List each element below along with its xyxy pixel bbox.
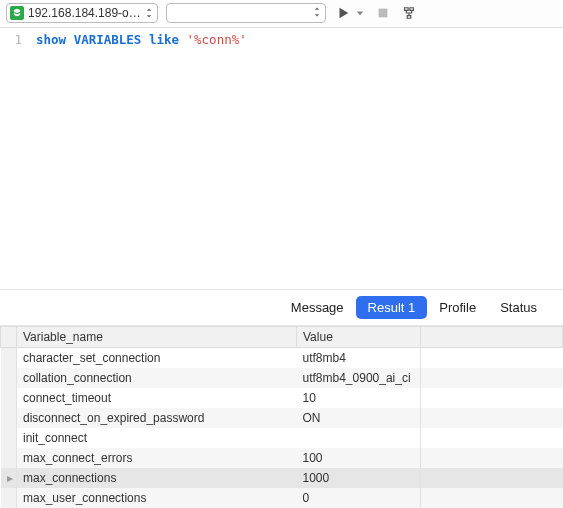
code-line[interactable]: show VARIABLES like '%conn%' — [30, 28, 253, 289]
run-menu-button[interactable] — [354, 3, 366, 23]
tab-status[interactable]: Status — [488, 296, 549, 319]
cell-spacer — [421, 348, 563, 369]
database-icon — [10, 6, 24, 20]
cell-spacer — [421, 448, 563, 468]
cell-variable-name[interactable]: max_connections — [17, 468, 297, 488]
row-handle[interactable] — [1, 408, 17, 428]
cell-variable-name[interactable]: max_user_connections — [17, 488, 297, 508]
sql-editor[interactable]: 1 show VARIABLES like '%conn%' — [0, 28, 563, 289]
cell-variable-name[interactable]: init_connect — [17, 428, 297, 448]
cell-value[interactable]: 10 — [297, 388, 421, 408]
corner — [1, 327, 17, 348]
schema-dropdown[interactable] — [166, 3, 326, 23]
table-row[interactable]: max_connect_errors100 — [1, 448, 563, 468]
result-grid[interactable]: Variable_name Value character_set_connec… — [0, 326, 563, 508]
cell-variable-name[interactable]: collation_connection — [17, 368, 297, 388]
connection-dropdown[interactable]: 192.168.184.189-o… — [6, 3, 158, 23]
table-row[interactable]: ▸max_connections1000 — [1, 468, 563, 488]
cell-value[interactable]: utf8mb4_0900_ai_ci — [297, 368, 421, 388]
cell-value[interactable]: 100 — [297, 448, 421, 468]
row-handle[interactable] — [1, 388, 17, 408]
kw: show — [36, 32, 66, 47]
kw: like — [149, 32, 179, 47]
col-spacer — [421, 327, 563, 348]
chevron-updown-icon — [313, 6, 321, 21]
table-row[interactable]: max_user_connections0 — [1, 488, 563, 508]
cell-spacer — [421, 428, 563, 448]
chevron-updown-icon — [145, 7, 153, 19]
result-tabs: Message Result 1 Profile Status — [0, 289, 563, 326]
row-handle[interactable] — [1, 428, 17, 448]
run-button[interactable] — [334, 3, 352, 23]
cell-variable-name[interactable]: character_set_connection — [17, 348, 297, 369]
kw: VARIABLES — [74, 32, 142, 47]
tab-message[interactable]: Message — [279, 296, 356, 319]
gutter: 1 — [0, 28, 30, 289]
cell-spacer — [421, 488, 563, 508]
tab-result-1[interactable]: Result 1 — [356, 296, 428, 319]
cell-variable-name[interactable]: disconnect_on_expired_password — [17, 408, 297, 428]
row-handle[interactable] — [1, 488, 17, 508]
line-number: 1 — [0, 32, 22, 47]
cell-spacer — [421, 388, 563, 408]
row-handle[interactable] — [1, 368, 17, 388]
table-row[interactable]: disconnect_on_expired_passwordON — [1, 408, 563, 428]
stop-button[interactable] — [374, 3, 392, 23]
tab-profile[interactable]: Profile — [427, 296, 488, 319]
cell-value[interactable]: 1000 — [297, 468, 421, 488]
cell-value[interactable]: utf8mb4 — [297, 348, 421, 369]
cell-value[interactable]: ON — [297, 408, 421, 428]
cell-spacer — [421, 408, 563, 428]
cell-value[interactable]: 0 — [297, 488, 421, 508]
cell-variable-name[interactable]: max_connect_errors — [17, 448, 297, 468]
row-handle[interactable]: ▸ — [1, 468, 17, 488]
string-literal: '%conn%' — [187, 32, 247, 47]
cell-value[interactable] — [297, 428, 421, 448]
table-row[interactable]: init_connect — [1, 428, 563, 448]
row-handle[interactable] — [1, 448, 17, 468]
cell-spacer — [421, 468, 563, 488]
table-row[interactable]: connect_timeout10 — [1, 388, 563, 408]
header-row: Variable_name Value — [1, 327, 563, 348]
col-variable-name[interactable]: Variable_name — [17, 327, 297, 348]
table-row[interactable]: collation_connectionutf8mb4_0900_ai_ci — [1, 368, 563, 388]
explain-button[interactable] — [400, 3, 418, 23]
cell-spacer — [421, 368, 563, 388]
connection-label: 192.168.184.189-o… — [28, 6, 141, 20]
cell-variable-name[interactable]: connect_timeout — [17, 388, 297, 408]
svg-rect-0 — [378, 9, 387, 18]
table-row[interactable]: character_set_connectionutf8mb4 — [1, 348, 563, 369]
row-handle[interactable] — [1, 348, 17, 369]
toolbar: 192.168.184.189-o… — [0, 0, 563, 28]
col-value[interactable]: Value — [297, 327, 421, 348]
